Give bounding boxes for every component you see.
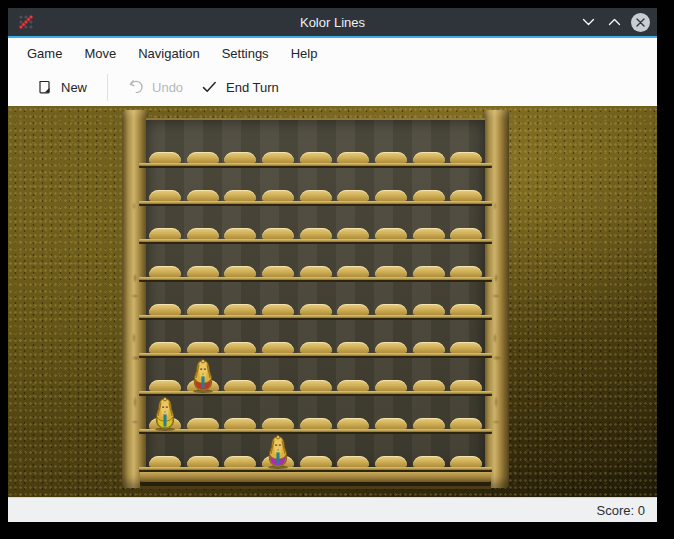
cell-pedestal [337,418,369,429]
pharaoh-piece-yellow[interactable] [151,397,178,431]
undo-label: Undo [152,80,183,95]
cell-pedestal [187,152,219,163]
shelf-bar [139,201,492,206]
cell-pedestal [262,418,294,429]
titlebar[interactable]: Kolor Lines [8,8,657,36]
cell-pedestal [337,304,369,315]
checkmark-icon [201,79,218,95]
statusbar: Score: 0 [8,497,657,522]
cell-pedestal [450,418,482,429]
cell-pedestal [224,266,256,277]
cell-pedestal [149,152,181,163]
cell-pedestal [149,266,181,277]
cell-pedestal [450,342,482,353]
end-turn-button[interactable]: End Turn [192,73,288,101]
menu-game[interactable]: Game [16,41,73,66]
cell-pedestal [413,418,445,429]
cell-pedestal [375,228,407,239]
cell-pedestal [375,456,407,467]
toolbar: New Undo End Turn [8,68,657,106]
end-turn-label: End Turn [226,80,279,95]
cell-pedestal [262,266,294,277]
menu-help[interactable]: Help [280,41,329,66]
score-label: Score: 0 [597,503,645,518]
cell-pedestal [413,228,445,239]
new-game-label: New [61,80,87,95]
cell-pedestal [149,456,181,467]
cell-pedestal [337,190,369,201]
cell-pedestal [375,418,407,429]
cell-pedestal [300,152,332,163]
menubar: Game Move Navigation Settings Help [8,38,657,68]
pharaoh-piece-red[interactable] [189,359,216,393]
cell-pedestal [187,228,219,239]
cell-pedestal [300,380,332,391]
cell-pedestal [413,152,445,163]
cell-pedestal [300,266,332,277]
cell-pedestal [224,190,256,201]
cell-pedestal [300,418,332,429]
board-grid [146,118,485,470]
shelf-bar [139,353,492,358]
game-area [8,106,657,497]
board-cell[interactable] [184,358,222,396]
cell-pedestal [450,190,482,201]
cell-pedestal [337,380,369,391]
shelf-bar [139,467,492,472]
cell-pedestal [224,304,256,315]
pharaoh-piece-purple[interactable] [264,435,291,469]
menu-move[interactable]: Move [73,41,127,66]
cell-pedestal [450,228,482,239]
cell-pedestal [262,228,294,239]
menu-settings[interactable]: Settings [211,41,280,66]
cell-pedestal [149,228,181,239]
cell-pedestal [413,342,445,353]
cell-pedestal [187,266,219,277]
cell-pedestal [337,152,369,163]
cell-pedestal [224,228,256,239]
cell-pedestal [149,304,181,315]
cell-pedestal [413,380,445,391]
menu-navigation[interactable]: Navigation [127,41,210,66]
board-row [146,244,485,282]
cell-pedestal [450,456,482,467]
board-row [146,206,485,244]
board-cell[interactable] [259,434,297,472]
board-row [146,282,485,320]
board-row [146,130,485,168]
undo-button[interactable]: Undo [119,73,192,101]
cell-pedestal [262,152,294,163]
minimize-button[interactable] [579,13,598,32]
cell-pedestal [450,304,482,315]
shelf-bar [139,277,492,282]
cell-pedestal [262,304,294,315]
cell-pedestal [149,380,181,391]
cell-pedestal [300,456,332,467]
klines-app-icon [18,14,34,30]
board-row [146,434,485,472]
cell-pedestal [149,342,181,353]
new-game-button[interactable]: New [28,73,96,101]
shelf-bar [139,429,492,434]
maximize-button[interactable] [605,13,624,32]
cell-pedestal [375,342,407,353]
board-row [146,396,485,434]
cell-pedestal [187,342,219,353]
cell-pedestal [300,304,332,315]
cell-pedestal [224,418,256,429]
toolbar-separator [107,74,108,101]
cell-pedestal [149,190,181,201]
cell-pedestal [187,304,219,315]
board-cell[interactable] [146,396,184,434]
cell-pedestal [300,190,332,201]
cell-pedestal [413,266,445,277]
close-button[interactable] [631,13,650,32]
cell-pedestal [300,228,332,239]
cell-pedestal [375,266,407,277]
board-row [146,358,485,396]
cell-pedestal [224,152,256,163]
cell-pedestal [187,190,219,201]
cell-pedestal [224,342,256,353]
cell-pedestal [337,266,369,277]
game-board [122,110,509,496]
